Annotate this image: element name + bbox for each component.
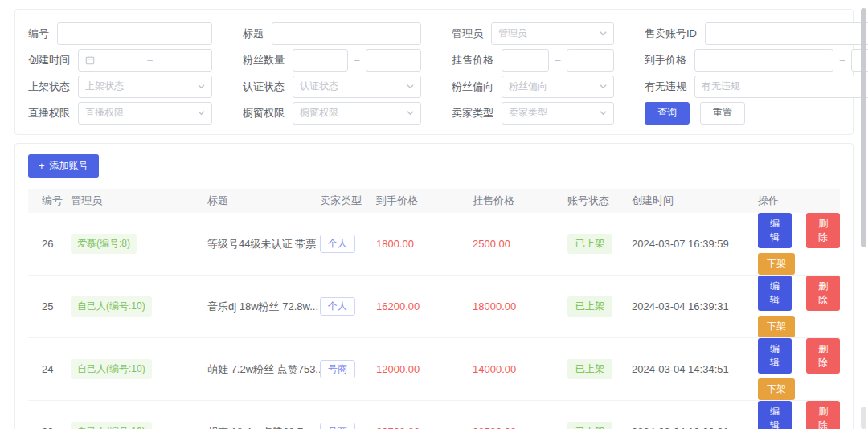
plus-icon: +: [39, 160, 45, 172]
listing-status-label: 上架状态: [28, 80, 70, 94]
edit-button[interactable]: 编辑: [758, 213, 792, 248]
seller-type-tag: 号商: [320, 360, 355, 378]
row-id: 25: [28, 276, 71, 338]
admin-badge: 爱慕(编号:8): [71, 234, 137, 254]
header-final-price: 到手价格: [376, 189, 473, 213]
add-account-label: 添加账号: [50, 159, 88, 173]
seller-type-tag: 号商: [320, 423, 355, 429]
admin-select-placeholder: 管理员: [498, 27, 596, 40]
delete-button[interactable]: 删除: [806, 401, 840, 429]
final-price-value: 16200.00: [376, 276, 473, 338]
fans-bias-label: 粉丝偏向: [452, 80, 493, 94]
page-top-divider: [0, 6, 868, 6]
listing-price-value: 18000.00: [473, 276, 567, 338]
chevron-down-icon: [407, 83, 414, 90]
fans-count-min-input[interactable]: [293, 49, 348, 72]
add-account-button[interactable]: + 添加账号: [28, 154, 99, 178]
delete-button[interactable]: 删除: [806, 338, 840, 374]
row-id: 23: [28, 401, 71, 429]
table-row: 26 爱慕(编号:8) 等级号44级未认证 带票 ... 个人 1800.00 …: [28, 213, 840, 276]
seller-type-label: 卖家类型: [452, 106, 493, 121]
edit-button[interactable]: 编辑: [758, 338, 792, 374]
admin-label: 管理员: [452, 27, 483, 41]
edit-button[interactable]: 编辑: [758, 276, 792, 311]
admin-badge: 自己人(编号:10): [71, 296, 152, 317]
sell-account-id-input[interactable]: [705, 22, 868, 45]
live-permission-label: 直播权限: [28, 106, 70, 121]
row-id: 24: [28, 338, 71, 401]
search-button[interactable]: 查询: [645, 102, 690, 125]
fans-bias-select[interactable]: 粉丝偏向: [502, 76, 614, 98]
chevron-down-icon: [600, 83, 607, 90]
reset-button[interactable]: 重置: [700, 102, 745, 125]
admin-badge: 自己人(编号:10): [71, 422, 152, 429]
fans-bias-placeholder: 粉丝偏向: [509, 80, 596, 93]
chevron-down-icon: [407, 109, 414, 116]
listing-status-select[interactable]: 上架状态: [78, 76, 212, 98]
created-at-range-picker[interactable]: –: [78, 49, 212, 72]
unlist-button[interactable]: 下架: [758, 316, 795, 337]
final-price-min-input[interactable]: [694, 49, 833, 72]
verify-status-label: 认证状态: [243, 80, 285, 94]
edit-button[interactable]: 编辑: [758, 401, 792, 429]
fans-count-label: 粉丝数量: [243, 53, 285, 67]
window-permission-select[interactable]: 橱窗权限: [293, 102, 421, 125]
violation-label: 有无违规: [645, 80, 686, 94]
row-id: 26: [28, 213, 71, 276]
verify-status-placeholder: 认证状态: [300, 80, 403, 93]
violation-placeholder: 有无违规: [702, 80, 868, 93]
unlist-button[interactable]: 下架: [758, 378, 795, 400]
fans-count-max-input[interactable]: [366, 49, 421, 72]
accounts-table: 编号 管理员 标题 卖家类型 到手价格 挂售价格 账号状态 创建时间 操作 26…: [28, 189, 840, 429]
admin-select[interactable]: 管理员: [491, 22, 614, 45]
filter-field-title: 标题: [243, 22, 452, 45]
listing-status-placeholder: 上架状态: [85, 80, 194, 93]
filter-field-verify-status: 认证状态 认证状态: [243, 76, 452, 98]
row-title: 萌娃 7.2w粉丝 点赞753...: [207, 338, 320, 401]
created-at-value: 2024-03-07 16:39:59: [632, 213, 758, 276]
live-permission-select[interactable]: 直播权限: [78, 102, 212, 125]
header-seller-type: 卖家类型: [320, 189, 376, 213]
table-row: 25 自己人(编号:10) 音乐dj 18w粉丝 72.8w... 个人 162…: [28, 276, 840, 338]
seller-type-tag: 个人: [320, 235, 355, 253]
listing-price-min-input[interactable]: [502, 49, 549, 72]
seller-type-tag: 个人: [320, 297, 355, 316]
filter-field-window-permission: 橱窗权限 橱窗权限: [243, 102, 452, 125]
filter-field-id: 编号: [28, 22, 243, 45]
window-permission-label: 橱窗权限: [243, 106, 285, 121]
accounts-table-panel: + 添加账号 编号 管理员 标题 卖家类型 到手价格 挂售价格 账号状态 创建时…: [14, 143, 854, 429]
table-row: 24 自己人(编号:10) 萌娃 7.2w粉丝 点赞753... 号商 1200…: [28, 338, 840, 401]
listing-price-separator: –: [549, 55, 567, 66]
id-input[interactable]: [57, 22, 212, 45]
header-status: 账号状态: [567, 189, 632, 213]
delete-button[interactable]: 删除: [806, 213, 840, 248]
filter-field-seller-type: 卖家类型 卖家类型: [452, 102, 645, 125]
filter-field-listing-price: 挂售价格 –: [452, 49, 645, 72]
title-input[interactable]: [272, 22, 421, 45]
calendar-icon: [85, 55, 95, 65]
filter-field-fans-count: 粉丝数量 –: [243, 49, 452, 72]
seller-type-select[interactable]: 卖家类型: [502, 102, 614, 125]
filter-field-fans-bias: 粉丝偏向 粉丝偏向: [452, 76, 645, 98]
delete-button[interactable]: 删除: [806, 276, 840, 311]
violation-select[interactable]: 有无违规: [694, 76, 868, 98]
date-range-separator: –: [95, 55, 205, 66]
header-listing-price: 挂售价格: [473, 189, 567, 213]
filter-panel: 编号 标题 管理员 管理员 售卖账号ID 创建时间 – 粉丝数量: [14, 9, 854, 135]
row-title: 相声 18.4w 点赞68.7w ...: [207, 401, 320, 429]
row-title: 音乐dj 18w粉丝 72.8w...: [207, 276, 320, 338]
status-badge: 已上架: [567, 234, 612, 254]
header-id: 编号: [28, 189, 71, 213]
filter-buttons: 查询 重置: [645, 102, 868, 125]
filter-field-listing-status: 上架状态 上架状态: [28, 76, 243, 98]
verify-status-select[interactable]: 认证状态: [293, 76, 421, 98]
listing-price-value: 23700.00: [473, 401, 567, 429]
chevron-down-icon: [198, 83, 205, 90]
unlist-button[interactable]: 下架: [758, 253, 795, 275]
final-price-value: 1800.00: [376, 213, 473, 276]
admin-badge: 自己人(编号:10): [71, 359, 152, 379]
vertical-scrollbar-thumb[interactable]: [861, 8, 866, 247]
vertical-scrollbar-lower-thumb[interactable]: [861, 407, 866, 429]
listing-price-max-input[interactable]: [567, 49, 614, 72]
status-badge: 已上架: [567, 422, 612, 429]
